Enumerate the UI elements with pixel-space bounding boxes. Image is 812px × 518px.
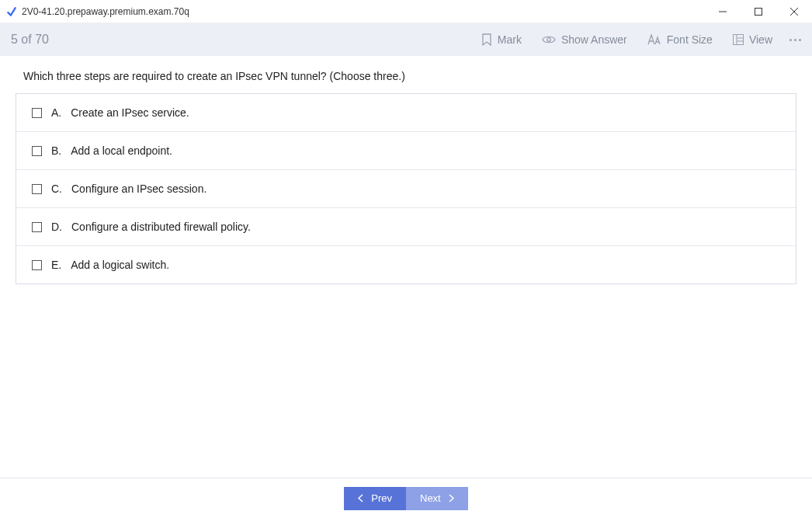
prev-label: Prev — [371, 492, 392, 504]
svg-rect-5 — [733, 35, 743, 45]
show-answer-label: Show Answer — [561, 33, 627, 46]
choice-letter: B. — [51, 144, 61, 157]
view-button[interactable]: View — [733, 33, 772, 46]
font-size-icon — [647, 34, 661, 45]
main-toolbar: 5 of 70 Mark Show Answer Font Size View — [0, 23, 812, 56]
choice-letter: A. — [51, 106, 61, 119]
navigation-bar: Prev Next — [0, 478, 812, 518]
choice-b[interactable]: B. Add a local endpoint. — [16, 131, 796, 169]
font-size-label: Font Size — [667, 33, 713, 46]
window-minimize-button[interactable] — [705, 0, 741, 23]
prev-button[interactable]: Prev — [344, 487, 406, 510]
choice-e[interactable]: E. Add a logical switch. — [16, 245, 796, 283]
choice-d[interactable]: D. Configure a distributed firewall poli… — [16, 207, 796, 245]
choice-letter: C. — [51, 183, 62, 195]
question-area[interactable]: Which three steps are required to create… — [0, 56, 812, 518]
window-titlebar: 2V0-41.20.prepaway.premium.exam.70q — [0, 0, 812, 23]
chevron-right-icon — [449, 494, 454, 502]
choice-text: Add a local endpoint. — [71, 144, 172, 157]
next-button[interactable]: Next — [406, 487, 468, 510]
choice-text: Configure an IPsec session. — [71, 183, 206, 195]
question-text: Which three steps are required to create… — [0, 56, 812, 93]
next-label: Next — [420, 492, 441, 504]
checkbox-icon[interactable] — [32, 184, 42, 194]
window-close-button[interactable] — [776, 0, 812, 23]
checkbox-icon[interactable] — [32, 260, 42, 270]
view-layout-icon — [733, 34, 744, 45]
window-title: 2V0-41.20.prepaway.premium.exam.70q — [22, 6, 705, 17]
checkbox-icon[interactable] — [32, 222, 42, 232]
choice-text: Create an IPsec service. — [71, 106, 189, 119]
choice-c[interactable]: C. Configure an IPsec session. — [16, 169, 796, 207]
choices-list: A. Create an IPsec service. B. Add a loc… — [16, 93, 796, 284]
eye-icon — [542, 35, 556, 44]
view-label: View — [749, 33, 772, 46]
mark-label: Mark — [498, 33, 522, 46]
bookmark-icon — [481, 33, 492, 46]
checkbox-icon[interactable] — [32, 146, 42, 156]
choice-letter: D. — [51, 221, 62, 233]
svg-point-4 — [547, 38, 551, 42]
more-options-button[interactable] — [789, 39, 801, 41]
app-logo-icon — [6, 6, 17, 17]
chevron-left-icon — [358, 494, 363, 502]
show-answer-button[interactable]: Show Answer — [542, 33, 627, 46]
choice-text: Add a logical switch. — [71, 259, 169, 271]
choice-a[interactable]: A. Create an IPsec service. — [16, 94, 796, 131]
window-maximize-button[interactable] — [741, 0, 776, 23]
svg-rect-1 — [755, 9, 762, 16]
mark-button[interactable]: Mark — [481, 33, 522, 46]
choice-letter: E. — [51, 259, 61, 271]
window-controls — [705, 0, 812, 23]
progress-indicator: 5 of 70 — [11, 33, 49, 47]
checkbox-icon[interactable] — [32, 108, 42, 118]
choice-text: Configure a distributed firewall policy. — [71, 221, 251, 233]
font-size-button[interactable]: Font Size — [647, 33, 713, 46]
